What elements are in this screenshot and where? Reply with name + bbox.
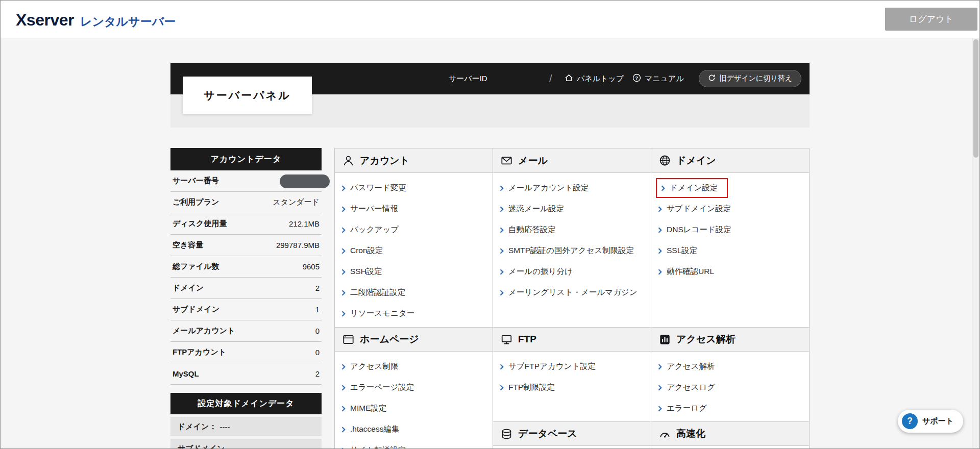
home-icon: [565, 73, 573, 84]
menu-item-label: エラーページ設定: [350, 382, 414, 393]
menu-item[interactable]: アクセス解析: [651, 356, 809, 377]
menu-item[interactable]: サイト転送設定: [335, 440, 493, 449]
section-header-domain: ドメイン: [651, 148, 809, 173]
menu-item[interactable]: 自動応答設定: [493, 219, 651, 240]
menu-item[interactable]: メーリングリスト・メールマガジン: [493, 282, 651, 303]
menu-item[interactable]: サブFTPアカウント設定: [493, 356, 651, 377]
breadcrumb-separator: /: [549, 63, 552, 94]
section-title: FTP: [518, 334, 536, 345]
menu-item[interactable]: 動作確認URL: [651, 261, 809, 282]
xserver-logo[interactable]: Xserver レンタルサーバー: [16, 1, 176, 38]
menu-item[interactable]: FTP制限設定: [493, 377, 651, 398]
top-header: Xserver レンタルサーバー ログアウト: [1, 1, 979, 38]
chevron-right-icon: [341, 290, 346, 296]
scrollbar-thumb[interactable]: [973, 39, 978, 158]
server-id-label: サーバーID: [449, 63, 487, 94]
chevron-right-icon: [500, 364, 504, 370]
menu-item[interactable]: 二段階認証設定: [335, 282, 493, 303]
menu-item-label: サイト転送設定: [350, 445, 406, 449]
menu-item-label: FTP制限設定: [508, 382, 555, 393]
manual-label: マニュアル: [645, 74, 684, 84]
menu-item[interactable]: メールの振り分け: [493, 261, 651, 282]
menu-item-label: サーバー情報: [350, 204, 398, 214]
user-icon: [342, 155, 354, 167]
menu-item[interactable]: メールアカウント設定: [493, 178, 651, 198]
menu-item[interactable]: アクセスログ: [651, 377, 809, 398]
menu-item-list: サブFTPアカウント設定FTP制限設定: [493, 352, 651, 398]
item-inner: SSL設定: [658, 245, 697, 256]
account-data-value: 0: [315, 348, 320, 357]
panel-top-link[interactable]: パネルトップ: [565, 63, 624, 94]
item-inner: アクセス制限: [341, 361, 398, 372]
section-title: ホームページ: [360, 333, 419, 346]
menu-item-list: [651, 446, 809, 449]
menu-grid: アカウントパスワード変更サーバー情報バックアップCron設定SSH設定二段階認証…: [334, 148, 810, 449]
menu-item[interactable]: SSH設定: [335, 261, 493, 282]
account-data-label: ディスク使用量: [173, 219, 227, 229]
account-data-label: メールアカウント: [173, 326, 235, 336]
manual-link[interactable]: ? マニュアル: [632, 63, 684, 94]
menu-item-label: アクセス制限: [350, 361, 398, 372]
database-icon: [500, 428, 512, 440]
account-data-label: FTPアカウント: [173, 347, 226, 357]
menu-item[interactable]: Cron設定: [335, 240, 493, 261]
chevron-right-icon: [500, 269, 504, 275]
section-title: データベース: [518, 427, 577, 440]
support-label: サポート: [922, 416, 953, 426]
menu-item[interactable]: サブドメイン設定: [651, 198, 809, 219]
menu-column: メールメールアカウント設定迷惑メール設定自動応答設定SMTP認証の国外アクセス制…: [493, 148, 651, 449]
menu-item-list: [493, 446, 651, 449]
chevron-right-icon: [341, 364, 346, 370]
chevron-right-icon: [341, 269, 346, 275]
menu-item-list: アクセス解析アクセスログエラーログ: [651, 352, 809, 419]
menu-item-label: サブドメイン設定: [667, 204, 731, 214]
menu-item[interactable]: .htaccess編集: [335, 419, 493, 440]
account-data-value: 1: [315, 305, 320, 314]
chevron-right-icon: [341, 385, 346, 391]
redacted-value: [280, 174, 330, 188]
menu-item-label: SSL設定: [667, 245, 697, 256]
menu-item[interactable]: SSL設定: [651, 240, 809, 261]
old-design-button[interactable]: 旧デザインに切り替え: [699, 70, 801, 87]
account-data-label: 空き容量: [173, 240, 203, 250]
account-data-rows: サーバー番号ご利用プランスタンダードディスク使用量212.1MB空き容量2997…: [170, 170, 322, 385]
old-design-label: 旧デザインに切り替え: [720, 74, 792, 83]
account-data-row: サーバー番号: [170, 170, 322, 192]
section-header-access-analysis: アクセス解析: [651, 327, 809, 352]
item-inner: パスワード変更: [341, 183, 406, 193]
support-button[interactable]: ? サポート: [898, 410, 963, 433]
menu-item-label: .htaccess編集: [350, 424, 399, 435]
menu-item[interactable]: MIME設定: [335, 398, 493, 419]
scrollbar[interactable]: [972, 38, 979, 448]
section-title: メール: [518, 154, 548, 167]
menu-section-domain: ドメインドメイン設定サブドメイン設定DNSレコード設定SSL設定動作確認URL: [651, 148, 809, 327]
logout-button[interactable]: ログアウト: [885, 8, 977, 31]
account-data-value: 212.1MB: [289, 219, 320, 228]
menu-item[interactable]: エラーページ設定: [335, 377, 493, 398]
menu-item[interactable]: サーバー情報: [335, 198, 493, 219]
chevron-right-icon: [658, 248, 662, 254]
menu-item[interactable]: リソースモニター: [335, 303, 493, 324]
menu-item[interactable]: アクセス制限: [335, 356, 493, 377]
menu-item-label: SSH設定: [350, 266, 382, 277]
section-header-speedup: 高速化: [651, 421, 809, 446]
section-header-mail: メール: [493, 148, 651, 173]
chevron-right-icon: [500, 385, 504, 391]
menu-item[interactable]: パスワード変更: [335, 178, 493, 198]
item-inner: 迷惑メール設定: [500, 204, 564, 214]
chevron-right-icon: [658, 364, 662, 370]
menu-item-label: DNSレコード設定: [667, 224, 731, 235]
menu-item[interactable]: ドメイン設定: [651, 178, 809, 198]
menu-item[interactable]: 迷惑メール設定: [493, 198, 651, 219]
account-data-value: 299787.9MB: [276, 241, 320, 250]
menu-section-access-analysis: アクセス解析アクセス解析アクセスログエラーログ: [651, 327, 809, 421]
menu-item[interactable]: DNSレコード設定: [651, 219, 809, 240]
logo-text-primary: Xserver: [16, 12, 74, 28]
account-data-row: FTPアカウント0: [170, 342, 322, 363]
menu-item[interactable]: SMTP認証の国外アクセス制限設定: [493, 240, 651, 261]
menu-item[interactable]: エラーログ: [651, 398, 809, 419]
item-inner: リソースモニター: [341, 308, 414, 319]
menu-item[interactable]: バックアップ: [335, 219, 493, 240]
menu-item-label: MIME設定: [350, 403, 386, 414]
section-header-account: アカウント: [335, 148, 493, 173]
